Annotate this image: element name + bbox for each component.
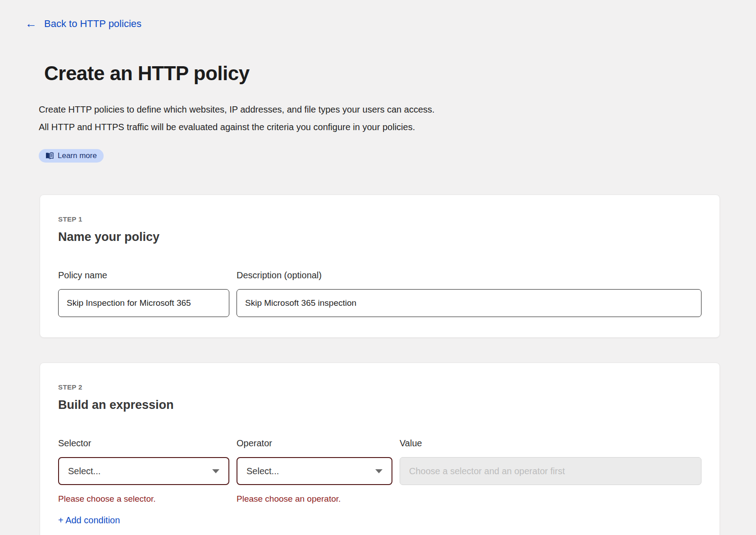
selector-error-message: Please choose a selector.: [58, 494, 229, 504]
operator-dropdown-value: Select...: [246, 466, 279, 476]
selector-label: Selector: [58, 438, 229, 449]
learn-more-button[interactable]: Learn more: [39, 149, 104, 163]
create-http-policy-page: ← Back to HTTP policies Create an HTTP p…: [0, 0, 756, 535]
policy-name-label: Policy name: [58, 270, 229, 281]
back-arrow-icon: ←: [25, 18, 37, 29]
description-label: Description (optional): [237, 270, 701, 281]
chevron-down-icon: [375, 469, 383, 473]
policy-name-input[interactable]: [58, 289, 229, 317]
operator-dropdown[interactable]: Select...: [237, 457, 392, 485]
policy-name-field: Policy name: [58, 270, 229, 317]
book-icon: [46, 152, 54, 159]
value-input: [400, 457, 701, 485]
back-to-http-policies-link[interactable]: ← Back to HTTP policies: [25, 18, 141, 30]
page-description: Create HTTP policies to define which web…: [39, 101, 435, 136]
selector-dropdown[interactable]: Select...: [58, 457, 229, 485]
step1-fields-row: Policy name Description (optional): [58, 270, 701, 317]
operator-label: Operator: [237, 438, 392, 449]
operator-error-message: Please choose an operator.: [237, 494, 392, 504]
chevron-down-icon: [212, 469, 219, 473]
page-description-line1: Create HTTP policies to define which web…: [39, 101, 435, 118]
description-field: Description (optional): [237, 270, 701, 317]
learn-more-label: Learn more: [58, 151, 97, 160]
page-description-line2: All HTTP and HTTPS traffic will be evalu…: [39, 118, 435, 136]
back-link-label: Back to HTTP policies: [44, 18, 141, 30]
selector-field: Selector Select... Please choose a selec…: [58, 438, 229, 504]
value-field: Value: [400, 438, 701, 504]
step2-label: STEP 2: [58, 383, 701, 391]
step1-heading: Name your policy: [58, 230, 701, 244]
step1-label: STEP 1: [58, 215, 701, 223]
operator-field: Operator Select... Please choose an oper…: [237, 438, 392, 504]
step2-heading: Build an expression: [58, 398, 701, 412]
description-input[interactable]: [237, 289, 701, 317]
page-title: Create an HTTP policy: [44, 62, 250, 85]
step2-card: STEP 2 Build an expression Selector Sele…: [40, 363, 720, 535]
value-label: Value: [400, 438, 701, 449]
selector-dropdown-value: Select...: [68, 466, 100, 476]
add-condition-link[interactable]: + Add condition: [58, 515, 120, 526]
step1-card: STEP 1 Name your policy Policy name Desc…: [40, 195, 720, 338]
expression-builder-row: Selector Select... Please choose a selec…: [58, 438, 701, 504]
